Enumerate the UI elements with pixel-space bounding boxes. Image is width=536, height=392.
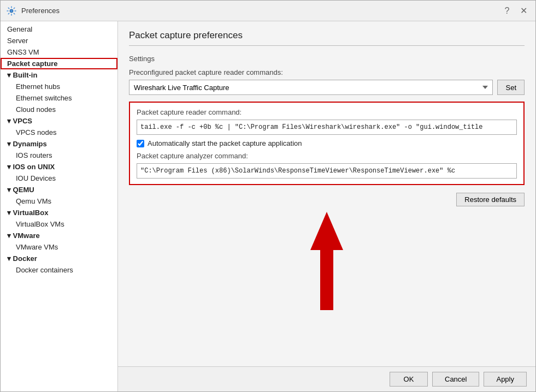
title-bar: Preferences ? ✕ — [1, 1, 535, 21]
restore-row: Restore defaults — [129, 193, 525, 206]
sidebar-item-qemu[interactable]: ▾ QEMU — [1, 184, 117, 195]
help-button[interactable]: ? — [500, 4, 514, 17]
analyzer-command-label: Packet capture analyzer command: — [137, 152, 517, 160]
sidebar-item-virtualbox[interactable]: ▾ VirtualBox — [1, 207, 117, 218]
set-button[interactable]: Set — [497, 80, 525, 95]
sidebar-item-cloud-nodes[interactable]: Cloud nodes — [1, 104, 117, 115]
main-panel: Packet capture preferences Settings Prec… — [118, 21, 535, 391]
sidebar-item-ethernet-switches[interactable]: Ethernet switches — [1, 92, 117, 104]
sidebar-item-built-in[interactable]: ▾ Built-in — [1, 69, 117, 81]
auto-start-checkbox[interactable] — [137, 140, 144, 147]
sidebar-item-gns3vm[interactable]: GNS3 VM — [1, 46, 117, 58]
svg-point-0 — [10, 9, 13, 13]
red-box: Packet capture reader command: Automatic… — [129, 102, 525, 185]
reader-command-input[interactable] — [137, 120, 517, 135]
sidebar-item-vpcs-nodes[interactable]: VPCS nodes — [1, 127, 117, 138]
dropdown-row: Wireshark Live Traffic Capture Wireshark… — [129, 80, 525, 95]
sidebar-item-ethernet-hubs[interactable]: Ethernet hubs — [1, 81, 117, 92]
svg-marker-1 — [310, 212, 343, 310]
sidebar-item-ios-on-unix[interactable]: ▾ IOS on UNIX — [1, 161, 117, 173]
preconfigured-label: Preconfigured packet capture reader comm… — [129, 68, 525, 76]
sidebar-item-iou-devices[interactable]: IOU Devices — [1, 173, 117, 184]
sidebar-item-docker[interactable]: ▾ Docker — [1, 253, 117, 264]
sidebar-item-packet-capture[interactable]: Packet capture — [1, 58, 117, 69]
preferences-window: Preferences ? ✕ GeneralServerGNS3 VMPack… — [0, 0, 536, 392]
sidebar-item-vmware-vms[interactable]: VMware VMs — [1, 241, 117, 253]
restore-defaults-button[interactable]: Restore defaults — [456, 193, 525, 206]
title-bar-controls: ? ✕ — [500, 4, 530, 17]
sidebar-item-vpcs[interactable]: ▾ VPCS — [1, 115, 117, 127]
apply-button[interactable]: Apply — [484, 372, 527, 387]
content-area: GeneralServerGNS3 VMPacket capture▾ Buil… — [1, 21, 535, 391]
reader-commands-dropdown[interactable]: Wireshark Live Traffic Capture Wireshark… — [129, 80, 493, 95]
footer: OK Cancel Apply — [118, 366, 535, 391]
analyzer-command-input[interactable] — [137, 163, 517, 179]
title-bar-left: Preferences — [6, 5, 60, 16]
sidebar-item-ios-routers[interactable]: IOS routers — [1, 150, 117, 161]
sidebar-item-docker-containers[interactable]: Docker containers — [1, 264, 117, 276]
panel-title: Packet capture preferences — [129, 30, 525, 46]
cancel-button[interactable]: Cancel — [432, 372, 479, 387]
settings-label: Settings — [129, 55, 525, 63]
arrow-annotation — [129, 206, 525, 316]
close-button[interactable]: ✕ — [517, 4, 530, 17]
app-icon — [6, 5, 17, 16]
sidebar-item-qemu-vms[interactable]: Qemu VMs — [1, 195, 117, 207]
sidebar-item-dynamips[interactable]: ▾ Dynamips — [1, 138, 117, 150]
sidebar-item-general[interactable]: General — [1, 23, 117, 35]
sidebar-item-vmware[interactable]: ▾ VMware — [1, 230, 117, 241]
sidebar: GeneralServerGNS3 VMPacket capture▾ Buil… — [1, 21, 118, 391]
sidebar-item-virtualbox-vms[interactable]: VirtualBox VMs — [1, 218, 117, 230]
ok-button[interactable]: OK — [390, 372, 428, 387]
window-title: Preferences — [21, 7, 60, 15]
auto-start-row: Automatically start the packet capture a… — [137, 139, 517, 147]
main-content: Packet capture preferences Settings Prec… — [118, 21, 535, 366]
sidebar-item-server[interactable]: Server — [1, 35, 117, 46]
auto-start-label: Automatically start the packet capture a… — [148, 139, 302, 147]
red-arrow-icon — [310, 212, 343, 310]
reader-command-label: Packet capture reader command: — [137, 108, 517, 116]
